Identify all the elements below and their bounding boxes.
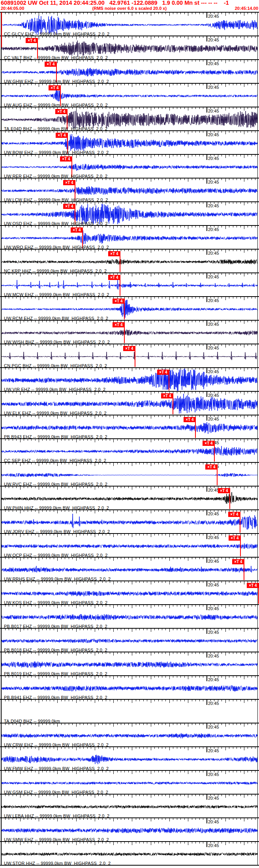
trace-row[interactable]: 20:45×T 4PB.B943 EHZ -- 99999.0km BW HIG… — [0, 415, 259, 438]
trace-row[interactable]: 20:45UW.FMW EHZ -- 99999.0km BW HIGHPASS… — [0, 746, 259, 770]
phase-pick-flag[interactable]: ×T 4 — [218, 488, 230, 493]
minute-label: 20:45 — [208, 393, 219, 398]
phase-pick-flag[interactable]: ×T 4 — [71, 227, 83, 233]
trace-row[interactable]: 20:45PB.B018 EHZ -- 99999.0km BW HIGHPAS… — [0, 628, 259, 652]
trace-row[interactable]: 20:45×T 4UW.RVC EHZ -- 99999.0km BW HIGH… — [0, 462, 259, 486]
station-label: UW.MCW EHZ -- 99999.0km BW HIGHPASS 2.0 … — [4, 292, 109, 297]
phase-pick-flag[interactable]: ×T 4 — [203, 441, 215, 446]
plot-border-left — [1, 12, 2, 866]
trace-row[interactable]: 20:45UW.STOR HHZ -- 99999.0km BW HIGHPAS… — [0, 841, 259, 865]
station-label: UW.BOW EHZ -- 99999.0km BW HIGHPASS 2.0 … — [4, 150, 109, 155]
minute-label: 20:45 — [208, 322, 219, 327]
waveform-line — [2, 230, 257, 244]
waveform-line — [2, 279, 257, 289]
trace-row[interactable]: 20:45×T 4UW.PHIN HHZ -- 99999.0km BW HIG… — [0, 486, 259, 509]
trace-row[interactable]: 20:45×T 4TA.E04D BHZ -- 99999.0km BW HIG… — [0, 107, 259, 130]
waveform-line — [2, 186, 257, 195]
trace-row[interactable]: 20:45×T 4UW.QCP EHZ -- 99999.0km BW HIGH… — [0, 533, 259, 557]
trace-row[interactable]: 20:45×T 4UW.VIR EHZ -- 99999.0km BW HIGH… — [0, 367, 259, 391]
phase-pick-flag[interactable]: ×T 4 — [55, 109, 68, 114]
station-label: CC.GLCV EHZ -- 99999.0km BW HIGHPASS 2.0… — [4, 32, 109, 36]
trace-row[interactable]: 20:45CC.GLCV EHZ -- 99999.0km BW HIGHPAS… — [0, 12, 259, 36]
station-label: PB.B019 EHZ -- 99999.0km BW HIGHPASS 2.0… — [4, 671, 107, 676]
waveform-line — [2, 88, 257, 101]
phase-pick-flag[interactable]: ×T 4 — [247, 583, 259, 588]
station-label: UW.GHW EHZ -- 99999.0km BW HIGHPASS 2.0 … — [4, 79, 109, 84]
seismogram-plot-area[interactable]: 20:45CC.GLCV EHZ -- 99999.0km BW HIGHPAS… — [0, 12, 259, 868]
trace-row[interactable]: 20:45×T 4UW.GHW EHZ -- 99999.0km BW HIGH… — [0, 59, 259, 83]
minute-label: 20:45 — [208, 109, 219, 113]
phase-pick-flag[interactable]: ×T 4 — [56, 133, 68, 138]
origin-pick-line[interactable] — [1, 12, 2, 47]
phase-pick-flag[interactable]: ×T 4 — [157, 370, 169, 375]
phase-pick-flag[interactable]: ×T 4 — [228, 512, 240, 517]
minute-label: 20:45 — [208, 630, 219, 635]
trace-row[interactable]: 20:45TA.D04D BHZ -- 99999.0km — [0, 699, 259, 723]
station-label: UW.AUG EHZ -- 99999.0km BW HIGHPASS 2.0 … — [4, 103, 108, 107]
trace-row[interactable]: 20:45UW.SMW EHZ -- 99999.0km BW HIGHPASS… — [0, 817, 259, 841]
station-label: PB.B943 EHZ -- 99999.0km BW HIGHPASS 2.0… — [4, 434, 107, 439]
phase-pick-flag[interactable]: ×T 4 — [63, 204, 75, 209]
trace-row[interactable]: 20:45×T 4UW.RRHS EHZ -- 99999.0km BW HIG… — [0, 557, 259, 581]
trace-row[interactable]: 20:45×T 4UW.QSD EHZ -- 99999.0km BW HIGH… — [0, 201, 259, 225]
waveform-line — [2, 755, 257, 764]
trace-row[interactable]: 20:45×T 4UW.AUG EHZ -- 99999.0km BW HIGH… — [0, 83, 259, 107]
trace-row[interactable]: 20:45×T 4CN.PGC BHZ -- 99999.0km BW HIGH… — [0, 344, 259, 367]
station-label: UW.LEBA HHZ -- 99999.0km BW HIGHPASS 2.0… — [4, 814, 109, 818]
trace-row[interactable]: 20:45×T 4UW.WISH BHZ -- 99999.0km BW HIG… — [0, 320, 259, 344]
phase-pick-flag[interactable]: ×T 4 — [26, 38, 38, 43]
waveform-line — [2, 68, 257, 77]
phase-pick-flag[interactable]: ×T 4 — [184, 417, 196, 422]
waveform-line — [2, 473, 257, 477]
trace-row[interactable]: 20:45×T 4NC.KRP HHZ -- 99999.0km BW HIGH… — [0, 249, 259, 272]
trace-row[interactable]: 20:45×T 4UW.KOS EHZ -- 99999.0km BW HIGH… — [0, 581, 259, 604]
station-label: PB.B941 EHZ -- 99999.0km BW HIGHPASS 2.0… — [4, 695, 107, 700]
trace-row[interactable]: 20:45PB.B941 EHZ -- 99999.0km BW HIGHPAS… — [0, 675, 259, 699]
minute-label: 20:45 — [208, 701, 219, 706]
phase-pick-flag[interactable]: ×T 4 — [108, 275, 120, 280]
minute-label: 20:45 — [208, 819, 219, 824]
station-label: UW.RCM EHZ -- 99999.0km BW HIGHPASS 2.0 … — [4, 316, 108, 321]
waveform-line — [2, 351, 257, 360]
phase-pick-flag[interactable]: ×T 4 — [161, 393, 173, 398]
minute-label: 20:45 — [208, 61, 219, 66]
trace-row[interactable]: 20:45PB.B017 EHZ -- 99999.0km BW HIGHPAS… — [0, 604, 259, 628]
phase-pick-flag[interactable]: ×T 4 — [113, 322, 125, 327]
minute-label: 20:45 — [208, 14, 219, 19]
phase-pick-flag[interactable]: ×T 4 — [232, 559, 244, 564]
phase-pick-flag[interactable]: ×T 4 — [113, 299, 125, 304]
trace-row[interactable]: 20:45×T 4UW.LCW EHZ -- 99999.0km BW HIGH… — [0, 178, 259, 201]
waveform-line — [2, 422, 257, 434]
phase-pick-flag[interactable]: ×T 4 — [108, 251, 120, 256]
waveform-line — [2, 164, 257, 171]
phase-pick-flag[interactable]: ×T 4 — [45, 62, 57, 67]
minute-label: 20:45 — [208, 180, 219, 184]
trace-row[interactable]: 20:45×T 4UW.WRO EHZ -- 99999.0km BW HIGH… — [0, 225, 259, 249]
minute-label: 20:45 — [208, 843, 219, 848]
trace-row[interactable]: 20:45×T 4UW.RCM EHZ -- 99999.0km BW HIGH… — [0, 296, 259, 320]
trace-row[interactable]: 20:45×T 4UW.BOW EHZ -- 99999.0km BW HIGH… — [0, 130, 259, 154]
trace-row[interactable]: 20:45×T 4CC.VALT BHZ -- 99999.0km BW HIG… — [0, 36, 259, 59]
station-label: UW.STOR HHZ -- 99999.0km BW HIGHPASS 2.0… — [4, 861, 111, 866]
trace-row[interactable]: 20:45UW.CRW EHZ -- 99999.0km BW HIGHPASS… — [0, 723, 259, 746]
trace-row[interactable]: 20:45×T 4UW.JORV EHZ -- 99999.0km BW HIG… — [0, 509, 259, 533]
phase-pick-flag[interactable]: ×T 4 — [60, 156, 72, 162]
window-start-time: 20:44:05.00 — [1, 6, 24, 11]
trace-row[interactable]: 20:45×T 4CC.SEP EHZ -- 99999.0km BW HIGH… — [0, 438, 259, 462]
station-label: PB.B017 EHZ -- 99999.0km BW HIGHPASS 2.0… — [4, 624, 107, 629]
phase-pick-flag[interactable]: ×T 4 — [205, 464, 218, 470]
waveform-line — [2, 41, 257, 57]
station-label: UW.RRHS EHZ -- 99999.0km BW HIGHPASS 2.0… — [4, 577, 111, 581]
trace-row[interactable]: 20:45PB.B019 EHZ -- 99999.0km BW HIGHPAS… — [0, 652, 259, 675]
trace-row[interactable]: 20:45×T 4UW.ELK EHZ -- 99999.0km BW HIGH… — [0, 391, 259, 415]
waveform-line — [2, 299, 257, 318]
phase-pick-flag[interactable]: ×T 4 — [63, 180, 75, 185]
phase-pick-flag[interactable]: ×T 4 — [229, 535, 241, 541]
phase-pick-flag[interactable]: ×T 4 — [49, 85, 61, 90]
phase-pick-flag[interactable]: ×T 4 — [123, 346, 135, 351]
trace-row[interactable]: 20:45×T 4UW.RER EHZ -- 99999.0km BW HIGH… — [0, 154, 259, 178]
trace-row[interactable]: 20:45UW.GSM EHZ -- 99999.0km BW HIGHPASS… — [0, 770, 259, 794]
trace-row[interactable]: 20:45UW.LEBA HHZ -- 99999.0km BW HIGHPAS… — [0, 794, 259, 817]
waveform-line — [2, 259, 257, 265]
trace-row[interactable]: 20:45×T 4UW.MCW EHZ -- 99999.0km BW HIGH… — [0, 272, 259, 296]
